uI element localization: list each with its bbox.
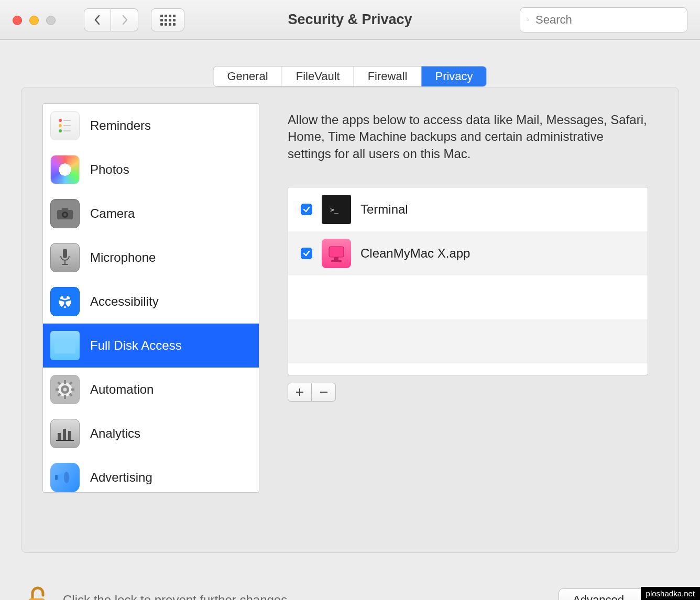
sidebar-item-label: Microphone: [90, 250, 156, 265]
svg-point-3: [59, 124, 62, 127]
lock-hint-text: Click the lock to prevent further change…: [63, 593, 291, 600]
gear-icon: [50, 375, 80, 404]
search-input[interactable]: [534, 13, 681, 27]
sidebar-item-camera[interactable]: Camera: [43, 192, 259, 236]
app-row[interactable]: >_ Terminal: [288, 187, 648, 231]
svg-rect-26: [58, 433, 61, 440]
privacy-category-list[interactable]: Reminders Photos Camera Microphone: [42, 103, 259, 493]
svg-line-1: [528, 20, 529, 21]
svg-point-17: [63, 388, 67, 392]
remove-app-button[interactable]: [312, 383, 336, 402]
sidebar-item-advertising[interactable]: Advertising: [43, 455, 259, 493]
app-name: CleanMyMac X.app: [360, 246, 470, 261]
sidebar-item-label: Full Disk Access: [90, 338, 182, 353]
add-app-button[interactable]: [288, 383, 312, 402]
svg-point-2: [59, 119, 62, 122]
accessibility-icon: [50, 287, 80, 316]
advanced-button[interactable]: Advanced…: [559, 588, 650, 600]
app-checkbox[interactable]: [301, 204, 312, 215]
svg-point-30: [64, 472, 69, 483]
svg-rect-22: [57, 381, 61, 385]
svg-rect-27: [63, 429, 66, 440]
svg-rect-12: [63, 249, 67, 258]
sidebar-item-photos[interactable]: Photos: [43, 148, 259, 192]
app-checkbox[interactable]: [301, 248, 312, 259]
sidebar-item-label: Automation: [90, 382, 154, 397]
sidebar-item-analytics[interactable]: Analytics: [43, 412, 259, 455]
watermark: ploshadka.net: [641, 587, 700, 600]
svg-rect-23: [69, 393, 72, 396]
plus-icon: [296, 388, 304, 396]
app-row-empty: [288, 275, 648, 319]
sidebar-item-label: Analytics: [90, 426, 140, 441]
microphone-icon: [50, 243, 80, 272]
sidebar-item-label: Camera: [90, 206, 135, 221]
photos-icon: [50, 155, 80, 184]
window-titlebar: Security & Privacy: [0, 0, 700, 40]
svg-rect-35: [331, 260, 342, 262]
sidebar-item-accessibility[interactable]: Accessibility: [43, 280, 259, 324]
sidebar-item-microphone[interactable]: Microphone: [43, 236, 259, 280]
svg-rect-21: [71, 388, 74, 391]
footer-bar: Click the lock to prevent further change…: [21, 579, 679, 600]
preferences-panel: Reminders Photos Camera Microphone: [21, 87, 679, 553]
tab-privacy[interactable]: Privacy: [421, 66, 486, 86]
svg-point-4: [59, 129, 62, 132]
folder-icon: [50, 331, 80, 360]
unlocked-padlock-icon: [24, 586, 49, 600]
analytics-icon: [50, 419, 80, 448]
tab-general[interactable]: General: [213, 66, 282, 86]
tab-firewall[interactable]: Firewall: [354, 66, 422, 86]
svg-rect-24: [69, 381, 72, 385]
svg-rect-32: [329, 247, 344, 257]
svg-rect-20: [56, 388, 59, 391]
svg-rect-31: [55, 475, 58, 480]
category-description: Allow the apps below to access data like…: [288, 112, 648, 162]
svg-point-15: [63, 295, 67, 299]
svg-rect-25: [57, 393, 61, 396]
minus-icon: [320, 388, 328, 396]
cleanmymac-icon: [322, 239, 351, 268]
sidebar-item-label: Photos: [90, 162, 129, 177]
sidebar-item-full-disk-access[interactable]: Full Disk Access: [43, 324, 259, 368]
reminders-icon: [50, 111, 80, 140]
add-remove-controls: [288, 383, 336, 402]
svg-rect-19: [64, 395, 66, 399]
svg-point-10: [63, 213, 67, 216]
check-icon: [303, 250, 310, 257]
app-row-empty: [288, 319, 648, 363]
megaphone-icon: [50, 463, 80, 492]
sidebar-item-automation[interactable]: Automation: [43, 368, 259, 412]
app-name: Terminal: [360, 202, 408, 217]
svg-rect-11: [62, 208, 68, 211]
search-field[interactable]: [520, 7, 687, 32]
lock-button[interactable]: [21, 584, 52, 600]
tab-bar: General FileVault Firewall Privacy: [213, 66, 487, 87]
sidebar-item-label: Advertising: [90, 470, 152, 485]
tab-filevault[interactable]: FileVault: [282, 66, 354, 86]
camera-icon: [50, 199, 80, 228]
svg-rect-18: [64, 380, 66, 384]
terminal-icon: >_: [322, 195, 351, 224]
check-icon: [303, 206, 310, 213]
svg-rect-34: [334, 257, 338, 260]
app-row[interactable]: CleanMyMac X.app: [288, 231, 648, 275]
sidebar-item-label: Accessibility: [90, 294, 159, 309]
app-access-list[interactable]: >_ Terminal CleanMyMac X.app: [288, 187, 648, 375]
search-icon: [527, 14, 529, 26]
svg-rect-28: [68, 431, 71, 440]
sidebar-item-label: Reminders: [90, 118, 151, 133]
sidebar-item-reminders[interactable]: Reminders: [43, 104, 259, 148]
